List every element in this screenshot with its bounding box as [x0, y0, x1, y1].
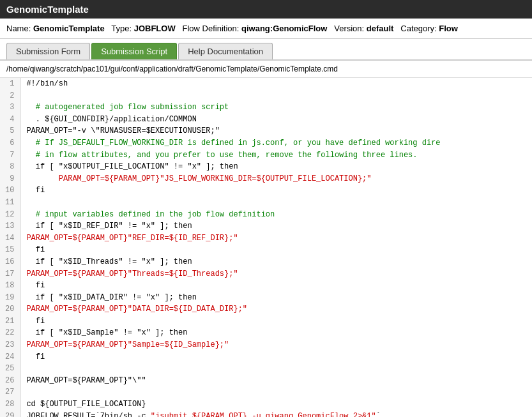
code-line: if [ "x$ID_DATA_DIR" != "x" ]; then: [26, 292, 527, 304]
code-line: PARAM_OPT=${PARAM_OPT}"Sample=${ID_Sampl…: [26, 339, 527, 351]
code-line: # autogenerated job flow submission scri…: [26, 102, 527, 114]
code-line: [26, 197, 527, 209]
line-number: 15: [3, 244, 17, 256]
code-line: # If JS_DEFAULT_FLOW_WORKING_DIR is defi…: [26, 137, 527, 149]
code-area: 1234567891011121314151617181920212223242…: [0, 78, 532, 417]
code-line: PARAM_OPT=${PARAM_OPT}"Threads=${ID_Thre…: [26, 268, 527, 280]
tab-help-documentation[interactable]: Help Documentation: [178, 43, 273, 59]
line-number: 3: [3, 102, 17, 114]
line-number: 18: [3, 280, 17, 292]
line-number: 16: [3, 256, 17, 268]
code-line: if [ "x$ID_Sample" != "x" ]; then: [26, 327, 527, 339]
line-number: 5: [3, 125, 17, 137]
type-value: JOBFLOW: [134, 24, 176, 33]
code-line: PARAM_OPT=${PARAM_OPT}"DATA_DIR=${ID_DAT…: [26, 303, 527, 315]
code-line: if [ "x$ID_REF_DIR" != "x" ]; then: [26, 220, 527, 232]
line-number: 1: [3, 78, 17, 90]
code-line: fi: [26, 351, 527, 363]
app-header: GenomicTemplate: [0, 0, 532, 19]
code-line: fi: [26, 244, 527, 256]
code-line: PARAM_OPT="-v \"RUNASUSER=$EXECUTIONUSER…: [26, 125, 527, 137]
line-number: 8: [3, 161, 17, 173]
code-line: [26, 386, 527, 398]
code-line: [26, 90, 527, 102]
code-line: fi: [26, 315, 527, 328]
code-line: if [ "x$OUTPUT_FILE_LOCATION" != "x" ]; …: [26, 161, 527, 173]
code-line: if [ "x$ID_Threads" != "x" ]; then: [26, 256, 527, 268]
name-label: Name:: [6, 24, 31, 33]
app-title: GenomicTemplate: [6, 4, 89, 15]
line-number: 9: [3, 173, 17, 185]
line-number: 26: [3, 375, 17, 387]
version-value: default: [367, 24, 394, 33]
code-line: PARAM_OPT=${PARAM_OPT}"\"": [26, 375, 527, 387]
line-number: 17: [3, 268, 17, 280]
line-number: 6: [3, 137, 17, 149]
code-line: # input variables defined in the job flo…: [26, 209, 527, 221]
code-line: fi: [26, 280, 527, 292]
code-line: fi: [26, 185, 527, 197]
line-number: 14: [3, 232, 17, 245]
line-number: 21: [3, 315, 17, 328]
tab-submission-script[interactable]: Submission Script: [91, 43, 177, 59]
code-line: . ${GUI_CONFDIR}/application/COMMON: [26, 114, 527, 126]
code-line: JOBFLOW_RESULT=`7bin/sh -c "jsubmit ${PA…: [26, 411, 527, 417]
line-number: 7: [3, 149, 17, 162]
line-number: 24: [3, 351, 17, 363]
line-number: 29: [3, 411, 17, 417]
line-number: 28: [3, 398, 17, 411]
category-value: Flow: [439, 24, 458, 33]
type-label: Type:: [111, 24, 132, 33]
name-value: GenomicTemplate: [33, 24, 105, 33]
code-line: # in flow attributes, and you prefer to …: [26, 149, 527, 162]
version-label: Version:: [334, 24, 364, 33]
meta-bar: Name: GenomicTemplate Type: JOBFLOW Flow…: [0, 19, 532, 39]
line-number: 20: [3, 303, 17, 315]
line-number: 25: [3, 363, 17, 375]
code-line: PARAM_OPT=${PARAM_OPT}"JS_FLOW_WORKING_D…: [26, 173, 527, 185]
line-number: 12: [3, 209, 17, 221]
tab-bar: Submission Form Submission Script Help D…: [0, 39, 532, 61]
line-number: 23: [3, 339, 17, 351]
line-number: 13: [3, 220, 17, 232]
line-number: 4: [3, 114, 17, 126]
line-numbers: 1234567891011121314151617181920212223242…: [0, 78, 21, 417]
line-number: 27: [3, 386, 17, 398]
file-path: /home/qiwang/scratch/pac101/gui/conf/app…: [0, 61, 532, 78]
line-number: 22: [3, 327, 17, 339]
line-number: 19: [3, 292, 17, 304]
flow-def-value: qiwang:GenomicFlow: [241, 24, 327, 33]
tab-submission-form[interactable]: Submission Form: [6, 43, 90, 59]
line-number: 2: [3, 90, 17, 102]
line-number: 10: [3, 185, 17, 197]
code-content: #!/bin/sh # autogenerated job flow submi…: [21, 78, 532, 417]
code-line: cd ${OUTPUT_FILE_LOCATION}: [26, 398, 527, 411]
code-line: #!/bin/sh: [26, 78, 527, 90]
code-line: [26, 363, 527, 375]
code-line: PARAM_OPT=${PARAM_OPT}"REF_DIR=${ID_REF_…: [26, 232, 527, 245]
flow-def-label: Flow Definition:: [183, 24, 239, 33]
category-label: Category:: [400, 24, 436, 33]
line-number: 11: [3, 197, 17, 209]
